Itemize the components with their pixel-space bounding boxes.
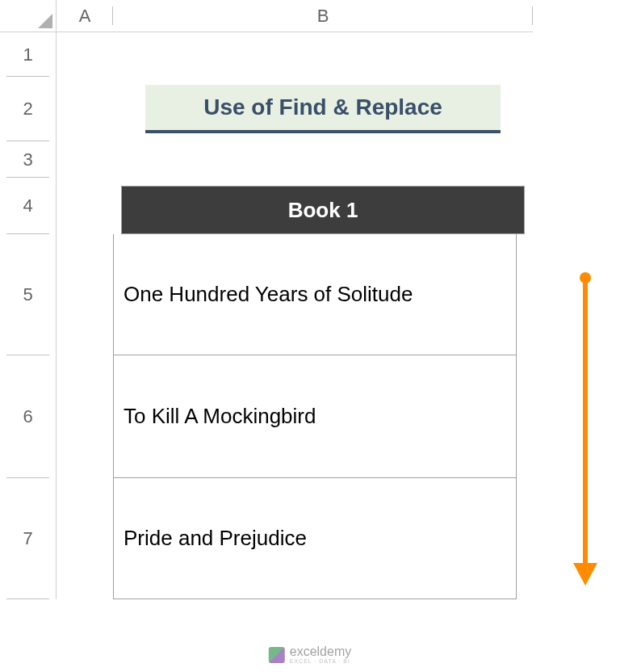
cell-a5[interactable] bbox=[57, 234, 113, 355]
table-row: One Hundred Years of Solitude bbox=[113, 234, 517, 355]
column-header-b[interactable]: B bbox=[113, 0, 533, 32]
watermark-text: exceldemy EXCEL · DATA · BI bbox=[290, 645, 351, 664]
cell-b6[interactable]: To Kill A Mockingbird bbox=[113, 355, 533, 478]
cell-a6[interactable] bbox=[57, 355, 113, 478]
cell-b2[interactable]: Use of Find & Replace bbox=[113, 77, 533, 141]
row-header-1[interactable]: 1 bbox=[0, 32, 57, 77]
watermark: exceldemy EXCEL · DATA · BI bbox=[269, 645, 351, 664]
cell-a7[interactable] bbox=[57, 478, 113, 599]
cell-a1[interactable] bbox=[57, 32, 113, 77]
table-row: To Kill A Mockingbird bbox=[113, 355, 517, 478]
column-header-a[interactable]: A bbox=[57, 0, 113, 32]
cell-a2[interactable] bbox=[57, 77, 113, 141]
table-row: Pride and Prejudice bbox=[113, 478, 517, 599]
select-all-corner[interactable] bbox=[0, 0, 57, 32]
cell-b1[interactable] bbox=[113, 32, 533, 77]
cell-b3[interactable] bbox=[113, 141, 533, 178]
table-header: Book 1 bbox=[121, 186, 525, 234]
row-header-5[interactable]: 5 bbox=[0, 234, 57, 355]
cell-b5[interactable]: One Hundred Years of Solitude bbox=[113, 234, 533, 355]
watermark-logo-icon bbox=[269, 647, 285, 663]
row-header-7[interactable]: 7 bbox=[0, 478, 57, 599]
row-header-3[interactable]: 3 bbox=[0, 141, 57, 178]
cell-a4[interactable] bbox=[57, 178, 113, 234]
page-title: Use of Find & Replace bbox=[145, 85, 501, 133]
cell-b7[interactable]: Pride and Prejudice bbox=[113, 478, 533, 599]
cell-a3[interactable] bbox=[57, 141, 113, 178]
row-header-2[interactable]: 2 bbox=[0, 77, 57, 141]
watermark-sub: EXCEL · DATA · BI bbox=[290, 658, 351, 664]
row-header-4[interactable]: 4 bbox=[0, 178, 57, 234]
arrow-down-icon bbox=[583, 279, 588, 569]
spreadsheet-grid: A B 1 2 Use of Find & Replace 3 4 Book 1… bbox=[0, 0, 620, 599]
row-header-6[interactable]: 6 bbox=[0, 355, 57, 478]
watermark-main: exceldemy bbox=[290, 645, 351, 658]
cell-b4[interactable]: Book 1 bbox=[113, 178, 533, 234]
